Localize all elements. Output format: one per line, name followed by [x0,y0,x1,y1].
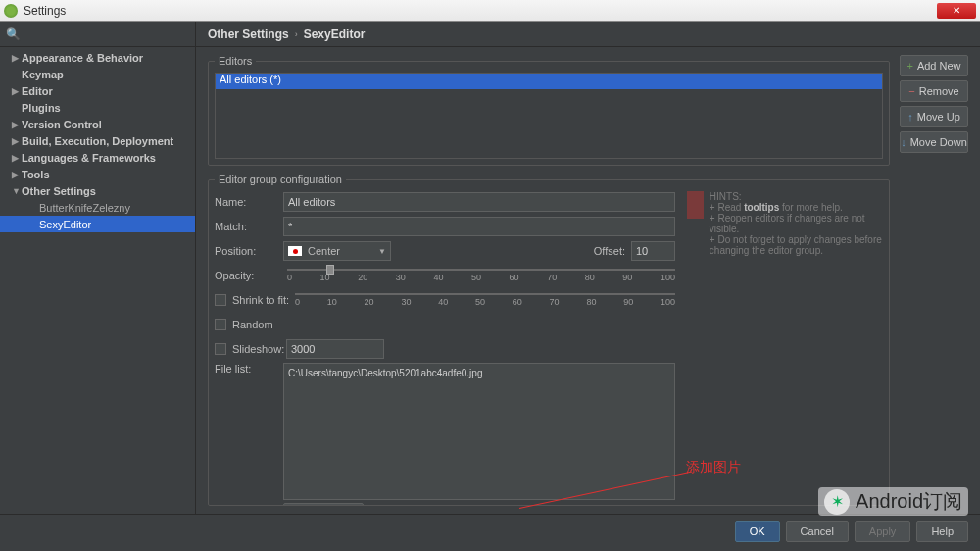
tree-item[interactable]: ▶Appearance & Behavior [0,49,195,66]
tree-arrow-icon: ▶ [12,170,22,179]
hints-image [687,191,704,219]
tree-item[interactable]: Keymap [0,66,195,82]
tree-item-label: Editor [22,85,53,97]
help-button[interactable]: Help [916,521,968,542]
config-legend: Editor group configuration [215,174,346,185]
position-value: Center [308,245,340,257]
tree-item[interactable]: ▼Other Settings [0,182,195,199]
slideshow-label: Slideshow: [232,343,286,355]
hints-title: HINTS: [710,191,883,202]
watermark: ✶ Android订阅 [818,487,968,516]
search-input[interactable] [24,28,189,40]
flag-icon [288,246,302,256]
tree-item-label: Version Control [22,119,102,130]
editors-list-row[interactable]: All editors (*) [216,74,882,89]
settings-tree: ▶Appearance & BehaviorKeymap▶EditorPlugi… [0,47,195,232]
name-label: Name: [215,196,283,208]
hints-panel: HINTS: + Read tooltips for more help. + … [687,191,883,506]
tree-item-label: Keymap [22,69,64,80]
filelist-textarea[interactable]: C:\Users\tangyc\Desktop\5201abc4adfe0.jp… [283,363,675,500]
match-label: Match: [215,221,283,232]
tree-item[interactable]: ▶Tools [0,166,195,182]
tree-item-label: Tools [22,169,50,180]
tree-item[interactable]: SexyEditor [0,216,195,232]
editors-legend: Editors [215,55,256,67]
tree-item-label: ButterKnifeZelezny [39,202,130,214]
tree-arrow-icon: ▶ [12,53,22,63]
tree-arrow-icon: ▶ [12,86,22,96]
tree-item-label: Languages & Frameworks [22,152,156,164]
sidebar: 🔍 ▶Appearance & BehaviorKeymap▶EditorPlu… [0,22,196,514]
tree-item[interactable]: ▶Editor [0,82,195,99]
position-dropdown[interactable]: Center ▼ [283,241,391,261]
match-input[interactable] [283,217,675,236]
tree-item-label: Other Settings [22,185,96,197]
position-label: Position: [215,245,283,257]
shrink-label: Shrink to fit: [232,294,291,306]
move-down-button[interactable]: ↓Move Down [900,131,968,153]
remove-button[interactable]: −Remove [900,80,968,102]
editor-group-config-fieldset: Editor group configuration Name: Match: [208,174,890,506]
editors-fieldset: Editors All editors (*) [208,55,890,166]
search-icon: 🔍 [6,27,21,41]
tree-item[interactable]: ▶Build, Execution, Deployment [0,132,195,149]
tree-arrow-icon: ▶ [12,136,22,146]
tree-arrow-icon: ▶ [12,153,22,163]
tree-item[interactable]: Plugins [0,99,195,116]
add-new-button[interactable]: +Add New [900,55,968,76]
filelist-label: File list: [215,363,283,375]
opacity-slider[interactable]: 0102030405060708090100 [287,269,675,282]
tree-item-label: Build, Execution, Deployment [22,135,173,147]
tree-item-label: SexyEditor [39,219,91,230]
search-row: 🔍 [0,22,195,47]
tree-item[interactable]: ▶Languages & Frameworks [0,149,195,166]
ok-button[interactable]: OK [735,521,780,542]
slideshow-input[interactable] [286,339,384,359]
breadcrumb-parent[interactable]: Other Settings [208,27,289,41]
chevron-down-icon: ▼ [378,247,386,256]
insert-button[interactable]: ▦ Insert... [283,503,364,506]
breadcrumb: Other Settings › SexyEditor [196,22,980,47]
tree-item[interactable]: ▶Version Control [0,116,195,132]
apply-button[interactable]: Apply [855,521,911,542]
random-label: Random [232,319,273,330]
shrink-checkbox[interactable] [215,294,226,306]
offset-input[interactable] [631,241,675,261]
cancel-button[interactable]: Cancel [786,521,849,542]
shrink-slider[interactable]: 0102030405060708090100 [295,293,675,307]
tree-item-label: Appearance & Behavior [22,52,143,64]
slideshow-checkbox[interactable] [215,343,226,355]
move-up-button[interactable]: ↑Move Up [900,106,968,127]
wechat-icon: ✶ [824,489,850,515]
name-input[interactable] [283,192,675,212]
random-checkbox[interactable] [215,319,226,330]
app-icon [4,4,18,18]
offset-label: Offset: [594,245,625,257]
chevron-right-icon: › [295,29,298,39]
window-close-button[interactable]: ✕ [937,3,976,19]
tree-arrow-icon: ▶ [12,120,22,129]
tree-item-label: Plugins [22,102,61,114]
breadcrumb-current: SexyEditor [304,27,366,41]
editors-list[interactable]: All editors (*) [215,73,883,159]
title-bar: Settings ✕ [0,0,980,22]
dialog-footer: OK Cancel Apply Help [0,514,980,547]
opacity-label: Opacity: [215,270,283,281]
tree-arrow-icon: ▼ [12,186,22,196]
slider-thumb[interactable] [326,265,334,275]
tree-item[interactable]: ButterKnifeZelezny [0,199,195,216]
window-title: Settings [24,4,66,18]
